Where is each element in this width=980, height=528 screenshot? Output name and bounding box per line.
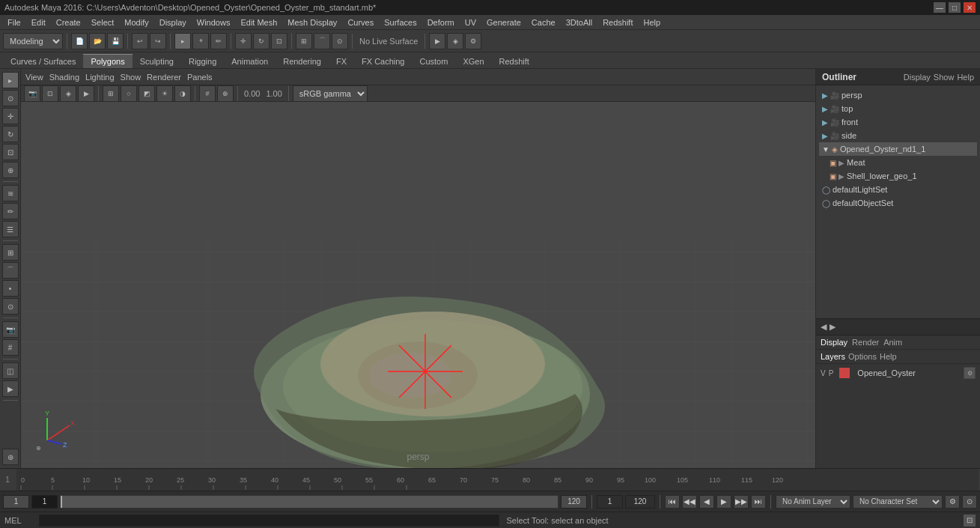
scale-btn[interactable]: ⊡ xyxy=(271,33,287,49)
menu-redshift[interactable]: Redshift xyxy=(598,16,637,28)
char-set-select[interactable]: No Character Set xyxy=(853,495,943,509)
go-to-start-btn[interactable]: ⏮ xyxy=(665,495,680,509)
outliner-item-default-light-set[interactable]: ◯ defaultLightSet xyxy=(819,183,977,196)
tab-rigging[interactable]: Rigging xyxy=(181,54,224,68)
paint-btn[interactable]: ✏ xyxy=(210,33,227,49)
snap-to-point-btn[interactable]: • xyxy=(2,280,19,297)
play-fwd-btn[interactable]: ▶ xyxy=(716,495,731,509)
undo-btn[interactable]: ↩ xyxy=(132,33,148,49)
vm-show[interactable]: Show xyxy=(121,73,141,82)
move-tool-btn[interactable]: ✛ xyxy=(2,108,19,124)
tab-custom[interactable]: Custom xyxy=(413,54,456,68)
attr-tab-display[interactable]: Display xyxy=(821,338,847,347)
outliner-item-top[interactable]: ▶ 🎥 top xyxy=(819,102,977,115)
sub-tab-help[interactable]: Help xyxy=(880,352,897,361)
render-btn[interactable]: ▶ xyxy=(429,33,445,49)
menu-deform[interactable]: Deform xyxy=(423,16,459,28)
go-to-end-btn[interactable]: ⏭ xyxy=(751,495,766,509)
show-manip-btn[interactable]: ☰ xyxy=(2,221,19,237)
sub-tab-layers[interactable]: Layers xyxy=(821,352,845,361)
menu-edit-mesh[interactable]: Edit Mesh xyxy=(236,16,281,28)
menu-mesh-display[interactable]: Mesh Display xyxy=(283,16,341,28)
move-btn[interactable]: ✛ xyxy=(235,33,252,49)
vt-smooth-btn[interactable]: ○ xyxy=(121,85,137,102)
redo-btn[interactable]: ↪ xyxy=(150,33,166,49)
layer-settings-btn[interactable]: ⚙ xyxy=(964,367,976,379)
maximize-button[interactable]: □ xyxy=(949,2,961,13)
rotate-tool-btn[interactable]: ↻ xyxy=(2,126,19,142)
status-toggle-btn[interactable]: ⊡ xyxy=(964,515,976,527)
menu-generate[interactable]: Generate xyxy=(482,16,526,28)
viewport-3d[interactable]: persp X Y Z ⊕ xyxy=(21,102,815,468)
menu-edit[interactable]: Edit xyxy=(27,16,50,28)
vt-film-btn[interactable]: ⊡ xyxy=(42,85,58,102)
tab-fx[interactable]: FX xyxy=(329,54,354,68)
menu-file[interactable]: File xyxy=(3,16,25,28)
menu-select[interactable]: Select xyxy=(87,16,119,28)
close-button[interactable]: ✕ xyxy=(964,2,976,13)
tab-xgen[interactable]: XGen xyxy=(455,54,491,68)
workspace-dropdown[interactable]: Modeling xyxy=(3,33,63,49)
lasso-tool-btn[interactable]: ⌖ xyxy=(192,33,209,49)
tab-redshift[interactable]: Redshift xyxy=(492,54,537,68)
tab-rendering[interactable]: Rendering xyxy=(276,54,329,68)
end-frame-input[interactable] xyxy=(561,495,587,509)
tab-polygons[interactable]: Polygons xyxy=(83,54,132,68)
sculpt-btn[interactable]: ✏ xyxy=(2,203,19,219)
timeline[interactable]: 1 0 5 10 15 20 25 30 35 40 45 50 xyxy=(0,468,980,491)
bottom-icon-btn[interactable]: ⊛ xyxy=(2,449,19,465)
select-mode-btn[interactable]: ▸ xyxy=(2,72,19,88)
vt-shadow-btn[interactable]: ◑ xyxy=(174,85,191,102)
vt-wire-btn[interactable]: ⊞ xyxy=(103,85,119,102)
step-back-btn[interactable]: ◀◀ xyxy=(682,495,697,509)
menu-uv[interactable]: UV xyxy=(460,16,481,28)
save-btn[interactable]: 💾 xyxy=(107,33,124,49)
menu-3dtoall[interactable]: 3DtoAll xyxy=(561,16,597,28)
outliner-item-meat[interactable]: ▣ ▶ Meat xyxy=(819,156,977,169)
tab-animation[interactable]: Animation xyxy=(224,54,276,68)
menu-curves[interactable]: Curves xyxy=(343,16,378,28)
outliner-help-btn[interactable]: Help xyxy=(957,73,974,82)
menu-surfaces[interactable]: Surfaces xyxy=(380,16,421,28)
start-frame-input[interactable] xyxy=(3,495,29,509)
vm-lighting[interactable]: Lighting xyxy=(85,73,115,82)
snap-to-grid-btn[interactable]: ⊞ xyxy=(2,244,19,261)
vt-grid-btn[interactable]: # xyxy=(199,85,216,102)
render-seq-btn[interactable]: ▶ xyxy=(2,380,19,397)
paint-select-btn[interactable]: ⊙ xyxy=(2,90,19,106)
timeline-scrubber[interactable]: 0 5 10 15 20 25 30 35 40 45 50 55 60 65 … xyxy=(16,469,979,491)
vm-renderer[interactable]: Renderer xyxy=(147,73,181,82)
open-btn[interactable]: 📂 xyxy=(89,33,106,49)
current-frame-input[interactable] xyxy=(31,495,58,509)
soft-mod-btn[interactable]: ≋ xyxy=(2,185,19,201)
color-profile-select[interactable]: sRGB gamma xyxy=(293,85,368,102)
panel-arrow-right[interactable]: ▶ xyxy=(830,322,836,332)
vt-playblast-btn[interactable]: ▶ xyxy=(78,85,94,102)
rotate-btn[interactable]: ↻ xyxy=(253,33,270,49)
menu-display[interactable]: Display xyxy=(155,16,191,28)
ipr-btn[interactable]: ◈ xyxy=(447,33,463,49)
vt-texture-btn[interactable]: ◩ xyxy=(139,85,155,102)
snap-to-curve-btn[interactable]: ⌒ xyxy=(2,262,19,279)
vt-hud-btn[interactable]: ⊕ xyxy=(217,85,234,102)
grid-toggle-btn[interactable]: # xyxy=(2,339,19,356)
playback-start-input[interactable] xyxy=(597,495,623,509)
snap-curve-btn[interactable]: ⌒ xyxy=(314,33,330,49)
outliner-show-btn[interactable]: Show xyxy=(934,73,955,82)
outliner-item-oyster-group[interactable]: ▼ ◈ Opened_Oyster_nd1_1 xyxy=(819,142,977,156)
vt-res-btn[interactable]: ◈ xyxy=(60,85,76,102)
select-tool-btn[interactable]: ▸ xyxy=(174,33,191,49)
menu-windows[interactable]: Windows xyxy=(192,16,235,28)
tab-sculpting[interactable]: Sculpting xyxy=(133,54,181,68)
menu-create[interactable]: Create xyxy=(52,16,85,28)
panel-arrow-left[interactable]: ◀ xyxy=(821,322,827,332)
vm-view[interactable]: View xyxy=(25,73,43,82)
outliner-item-persp[interactable]: ▶ 🎥 persp xyxy=(819,88,977,102)
scale-tool-btn[interactable]: ⊡ xyxy=(2,144,19,160)
attr-tab-render[interactable]: Render xyxy=(852,338,879,347)
outliner-display-btn[interactable]: Display xyxy=(904,73,931,82)
layer-v-checkbox[interactable]: V xyxy=(821,369,826,377)
snap-grid-btn[interactable]: ⊞ xyxy=(296,33,312,49)
universal-manip-btn[interactable]: ⊕ xyxy=(2,162,19,178)
tab-curves-surfaces[interactable]: Curves / Surfaces xyxy=(3,54,83,68)
